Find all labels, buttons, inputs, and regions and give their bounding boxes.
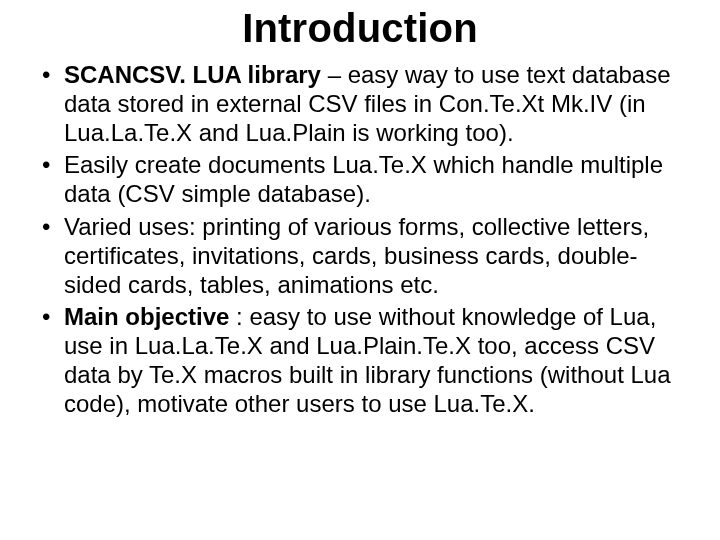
bullet-list: SCANCSV. LUA library – easy way to use t… <box>30 61 690 419</box>
list-item: Main objective : easy to use without kno… <box>30 303 690 418</box>
list-item: Varied uses: printing of various forms, … <box>30 213 690 299</box>
bullet-text: Varied uses: printing of various forms, … <box>64 213 649 298</box>
list-item: SCANCSV. LUA library – easy way to use t… <box>30 61 690 147</box>
bullet-lead: Main objective <box>64 303 236 330</box>
bullet-lead: SCANCSV. LUA library <box>64 61 321 88</box>
list-item: Easily create documents Lua.Te.X which h… <box>30 151 690 209</box>
slide: Introduction SCANCSV. LUA library – easy… <box>0 0 720 540</box>
slide-title: Introduction <box>30 6 690 51</box>
bullet-text: Easily create documents Lua.Te.X which h… <box>64 151 663 207</box>
